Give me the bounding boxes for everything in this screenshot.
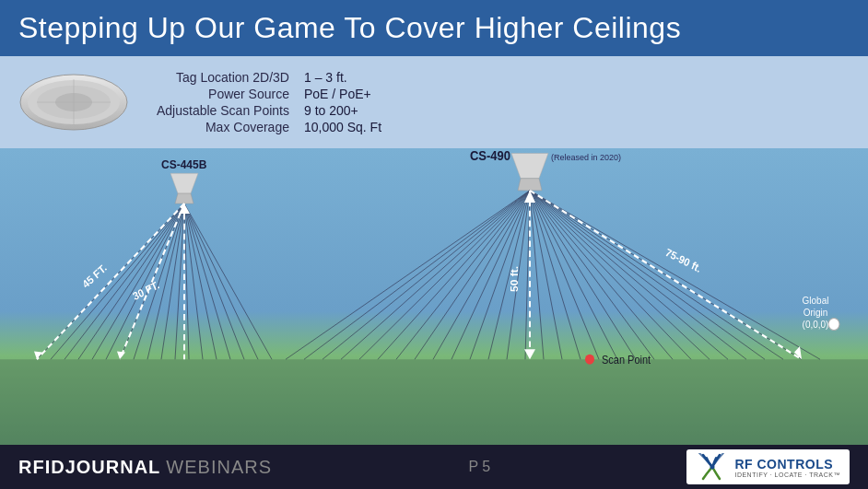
svg-point-80 bbox=[828, 318, 839, 330]
footer-brand: RFIDJOURNAL WEBINARS bbox=[18, 457, 272, 478]
svg-point-78 bbox=[585, 355, 594, 365]
spec-value-1: PoE / PoE+ bbox=[304, 87, 381, 101]
svg-text:(Released in 2020): (Released in 2020) bbox=[551, 152, 621, 162]
info-bar: Tag Location 2D/3D 1 – 3 ft. Power Sourc… bbox=[0, 56, 868, 148]
svg-text:(0,0,0): (0,0,0) bbox=[803, 320, 829, 330]
svg-marker-38 bbox=[518, 179, 542, 191]
slide: Stepping Up Our Game To Cover Higher Cei… bbox=[0, 0, 868, 489]
svg-point-84 bbox=[710, 465, 715, 470]
diagram-area: CS-445B bbox=[0, 148, 868, 445]
header: Stepping Up Our Game To Cover Higher Cei… bbox=[0, 0, 868, 56]
svg-text:CS-445B: CS-445B bbox=[161, 157, 206, 171]
svg-marker-9 bbox=[175, 193, 194, 204]
spec-label-2: Adjustable Scan Points bbox=[157, 103, 289, 118]
specs-table: Tag Location 2D/3D 1 – 3 ft. Power Sourc… bbox=[157, 70, 381, 134]
footer: RFIDJOURNAL WEBINARS P 5 bbox=[0, 445, 868, 489]
rf-controls-text: RF CONTROLS IDENTIFY · LOCATE · TRACK™ bbox=[734, 457, 840, 478]
svg-text:50 ft.: 50 ft. bbox=[509, 266, 519, 292]
spec-value-3: 10,000 Sq. Ft bbox=[304, 120, 381, 134]
spec-label-1: Power Source bbox=[157, 87, 289, 101]
webinars-text: WEBINARS bbox=[166, 457, 272, 478]
svg-rect-7 bbox=[0, 359, 868, 445]
rf-controls-name: RF CONTROLS bbox=[734, 457, 840, 472]
device-image bbox=[18, 70, 129, 134]
rf-controls-waves-icon bbox=[696, 453, 729, 481]
spec-label-0: Tag Location 2D/3D bbox=[157, 70, 289, 85]
page-number: P 5 bbox=[468, 459, 490, 475]
svg-text:Scan Point: Scan Point bbox=[602, 354, 651, 366]
spec-value-2: 9 to 200+ bbox=[304, 103, 381, 118]
svg-text:Global: Global bbox=[803, 296, 829, 306]
spec-label-3: Max Coverage bbox=[157, 120, 289, 134]
spec-value-0: 1 – 3 ft. bbox=[304, 70, 381, 85]
slide-title: Stepping Up Our Game To Cover Higher Cei… bbox=[18, 11, 850, 45]
svg-text:CS-490: CS-490 bbox=[470, 149, 510, 164]
rf-controls-logo: RF CONTROLS IDENTIFY · LOCATE · TRACK™ bbox=[686, 449, 850, 484]
rfid-text: RFIDJOURNAL bbox=[18, 457, 160, 478]
rf-controls-tagline: IDENTIFY · LOCATE · TRACK™ bbox=[734, 472, 840, 478]
svg-text:Origin: Origin bbox=[803, 308, 828, 318]
